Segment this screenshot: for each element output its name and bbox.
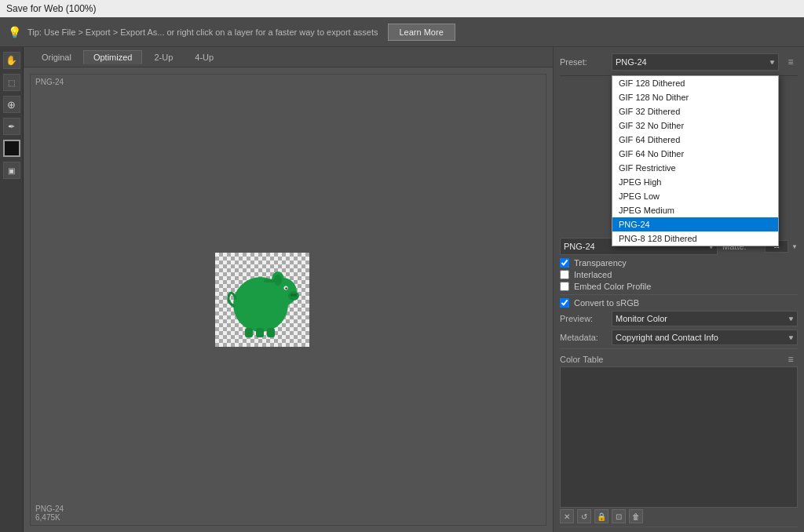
- eyedropper-tool[interactable]: ✒: [3, 118, 20, 135]
- app-title: Save for Web (100%): [6, 3, 97, 14]
- dropdown-item-jpeghigh[interactable]: JPEG High: [612, 175, 778, 189]
- metadata-display[interactable]: Copyright and Contact Info ▼: [612, 330, 798, 345]
- dropdown-item-png8128d[interactable]: PNG-8 128 Dithered: [612, 231, 778, 246]
- svg-rect-12: [267, 328, 275, 337]
- interlaced-row: Interlaced: [560, 270, 798, 279]
- canvas-label: PNG-24: [35, 78, 64, 86]
- embed-checkbox[interactable]: [560, 282, 569, 291]
- canvas-image: [215, 253, 309, 347]
- matte-arrow-icon: ▼: [791, 243, 798, 250]
- color-table-label: Color Table: [560, 355, 603, 364]
- hand-tool[interactable]: ✋: [3, 52, 20, 69]
- metadata-value: Copyright and Contact Info: [616, 333, 788, 342]
- tip-bar: 💡 Tip: Use File > Export > Export As... …: [0, 17, 804, 47]
- preset-value: PNG-24: [616, 57, 769, 67]
- color-table-icon-3[interactable]: 🔒: [594, 509, 608, 523]
- separator3: [560, 527, 798, 527]
- preview-arrow-icon: ▼: [788, 315, 794, 322]
- preset-dropdown: GIF 128 Dithered GIF 128 No Dither GIF 3…: [612, 75, 779, 246]
- transparency-row: Transparency: [560, 258, 798, 268]
- preview-row: Preview: Monitor Color ▼: [560, 311, 798, 326]
- piggy-bank-image: [221, 259, 303, 341]
- svg-rect-11: [256, 328, 264, 337]
- dropdown-item-gif128d[interactable]: GIF 128 Dithered: [612, 76, 778, 90]
- color-table-icon-5[interactable]: 🗑: [629, 509, 643, 523]
- separator2: [560, 348, 798, 349]
- tab-optimized[interactable]: Optimized: [83, 50, 143, 64]
- transparency-checkbox[interactable]: [560, 258, 569, 268]
- svg-point-8: [285, 287, 287, 289]
- title-bar: Save for Web (100%): [0, 0, 804, 17]
- right-panel: Preset: PNG-24 ▼ GIF 128 Dithered GIF 12…: [553, 47, 804, 532]
- metadata-row: Metadata: Copyright and Contact Info ▼: [560, 330, 798, 345]
- preset-arrow-icon: ▼: [769, 59, 775, 66]
- svg-point-6: [294, 293, 297, 297]
- dropdown-item-jpeglow[interactable]: JPEG Low: [612, 189, 778, 203]
- main-layout: ✋ ⬚ ⊕ ✒ ▣ Original Optimized 2-Up 4-Up P…: [0, 47, 804, 532]
- color-table-header-row: Color Table ≡: [560, 352, 798, 366]
- tip-icon: 💡: [8, 26, 21, 38]
- canvas-checkerboard: [215, 253, 309, 347]
- tab-original[interactable]: Original: [31, 50, 82, 64]
- preset-options-button[interactable]: ≡: [784, 55, 798, 69]
- convert-srgb-checkbox[interactable]: [560, 298, 569, 308]
- canvas-status: PNG-24 6,475K: [35, 505, 64, 522]
- dropdown-item-gif32nd[interactable]: GIF 32 No Dither: [612, 118, 778, 133]
- preset-select-wrapper: PNG-24 ▼ GIF 128 Dithered GIF 128 No Dit…: [612, 53, 779, 71]
- color-table-icons: ✕ ↺ 🔒 ⊡ 🗑: [560, 509, 798, 523]
- color-table-area: [560, 366, 798, 508]
- preview-select-wrapper: Monitor Color ▼: [612, 311, 798, 326]
- color-swatch[interactable]: [3, 140, 20, 157]
- svg-point-3: [274, 275, 282, 286]
- embed-label: Embed Color Profile: [574, 282, 651, 291]
- preview-label: Preview:: [560, 314, 607, 323]
- tab-2up[interactable]: 2-Up: [144, 50, 183, 64]
- convert-srgb-label: Convert to sRGB: [574, 298, 639, 308]
- separator1: [560, 294, 798, 295]
- svg-point-4: [288, 291, 299, 301]
- preview-display[interactable]: Monitor Color ▼: [612, 311, 798, 326]
- convert-srgb-row: Convert to sRGB: [560, 298, 798, 308]
- transparency-label: Transparency: [574, 258, 627, 268]
- interlaced-label: Interlaced: [574, 270, 612, 279]
- dropdown-item-gif128nd[interactable]: GIF 128 No Dither: [612, 90, 778, 104]
- svg-rect-9: [264, 279, 275, 282]
- canvas-status-size: 6,475K: [35, 513, 60, 522]
- color-table-icon-4[interactable]: ⊡: [612, 509, 626, 523]
- preset-display[interactable]: PNG-24 ▼: [612, 53, 779, 71]
- metadata-label: Metadata:: [560, 333, 607, 342]
- interlaced-checkbox[interactable]: [560, 270, 569, 279]
- tab-4up[interactable]: 4-Up: [185, 50, 224, 64]
- dropdown-item-png24[interactable]: PNG-24: [612, 217, 778, 231]
- svg-rect-10: [245, 328, 253, 337]
- canvas-status-label: PNG-24: [35, 505, 64, 513]
- preset-label: Preset:: [560, 57, 607, 67]
- preview-value: Monitor Color: [616, 314, 788, 323]
- color-table-icon-2[interactable]: ↺: [577, 509, 591, 523]
- color-table-icon-1[interactable]: ✕: [560, 509, 574, 523]
- svg-point-5: [291, 293, 294, 297]
- metadata-select-wrapper: Copyright and Contact Info ▼: [612, 330, 798, 345]
- slice-select-tool[interactable]: ⬚: [3, 74, 20, 91]
- center-area: Original Optimized 2-Up 4-Up PNG-24: [24, 47, 553, 532]
- tip-text: Tip: Use File > Export > Export As... or…: [27, 27, 378, 37]
- dropdown-item-gif64d[interactable]: GIF 64 Dithered: [612, 133, 778, 147]
- learn-more-button[interactable]: Learn More: [388, 24, 455, 41]
- color-table-options-button[interactable]: ≡: [784, 352, 798, 366]
- dropdown-item-jpegmed[interactable]: JPEG Medium: [612, 203, 778, 217]
- slice-tool[interactable]: ▣: [3, 162, 20, 179]
- embed-row: Embed Color Profile: [560, 282, 798, 291]
- dropdown-item-gif32d[interactable]: GIF 32 Dithered: [612, 104, 778, 118]
- dropdown-item-gif64nd[interactable]: GIF 64 No Dither: [612, 147, 778, 161]
- metadata-arrow-icon: ▼: [788, 334, 794, 341]
- dropdown-item-gifr[interactable]: GIF Restrictive: [612, 161, 778, 175]
- format-section: PNG-24 ▼ Matte: -- ▼ Transparency Interl…: [560, 238, 798, 532]
- preset-section: Preset: PNG-24 ▼ GIF 128 Dithered GIF 12…: [560, 53, 798, 76]
- left-toolbar: ✋ ⬚ ⊕ ✒ ▣: [0, 47, 24, 532]
- zoom-tool[interactable]: ⊕: [3, 96, 20, 113]
- tabs-bar: Original Optimized 2-Up 4-Up: [24, 47, 553, 67]
- canvas-area: PNG-24: [30, 74, 546, 526]
